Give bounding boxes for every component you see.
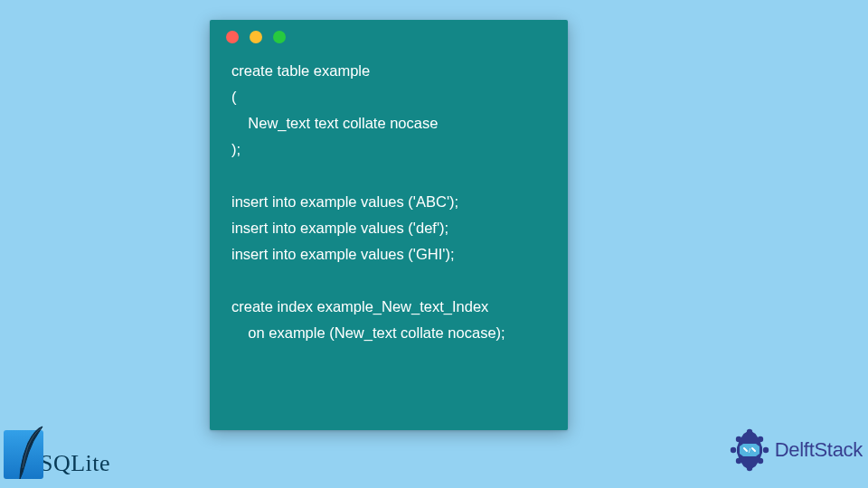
svg-point-6 <box>736 458 741 464</box>
svg-point-5 <box>747 465 752 471</box>
delftstack-logo: / DelftStack <box>728 428 863 472</box>
svg-point-1 <box>747 429 752 435</box>
titlebar <box>210 20 568 51</box>
feather-icon <box>6 425 48 481</box>
code-block: create table example ( New_text text col… <box>210 51 568 362</box>
delftstack-emblem-icon: / <box>728 428 771 472</box>
close-icon[interactable] <box>226 31 239 43</box>
zoom-icon[interactable] <box>273 31 286 43</box>
svg-point-7 <box>731 447 736 453</box>
sqlite-label: SQLite <box>40 450 110 477</box>
svg-text:/: / <box>749 447 750 454</box>
sqlite-logo: SQLite <box>4 430 110 479</box>
minimize-icon[interactable] <box>250 31 262 43</box>
svg-point-2 <box>758 436 763 442</box>
sqlite-box-icon <box>4 430 43 479</box>
svg-point-3 <box>763 447 769 453</box>
svg-point-8 <box>736 436 741 442</box>
code-window: create table example ( New_text text col… <box>210 20 568 430</box>
svg-point-4 <box>758 458 763 464</box>
delftstack-label: DelftStack <box>775 438 863 462</box>
